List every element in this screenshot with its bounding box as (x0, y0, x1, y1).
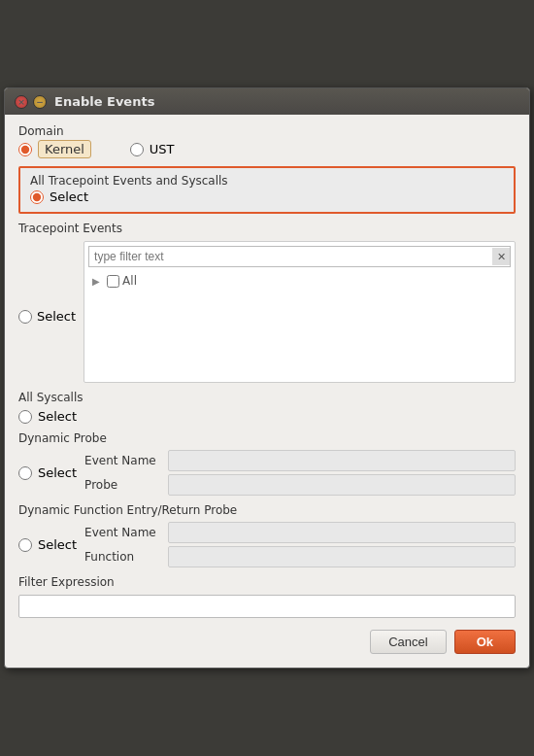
syscalls-radio[interactable] (18, 410, 32, 424)
all-syscalls-section: All Syscalls Select (18, 391, 516, 424)
filter-expression-input[interactable] (18, 595, 516, 618)
dynamic-probe-section: Dynamic Probe Select Event Name Probe (18, 431, 516, 496)
dynamic-probe-label: Dynamic Probe (18, 431, 516, 445)
dynamic-fn-event-label: Event Name (84, 526, 162, 539)
tracepoint-events-section: Tracepoint Events Select ✕ ▶ Al (18, 222, 516, 383)
tree-area: ▶ All (88, 271, 511, 378)
all-tracepoint-select-label: Select (50, 189, 88, 204)
clear-filter-button[interactable]: ✕ (492, 248, 510, 265)
all-tree-label: All (122, 274, 137, 288)
ok-button[interactable]: Ok (454, 630, 516, 654)
dynamic-fn-select-label: Select (38, 537, 77, 552)
dynamic-fn-event-input[interactable] (168, 522, 516, 543)
titlebar: × − Enable Events (5, 88, 529, 115)
kernel-label: Kernel (38, 140, 91, 158)
dynamic-probe-probe-input[interactable] (168, 474, 516, 496)
filter-input[interactable] (89, 247, 492, 266)
dynamic-probe-event-input[interactable] (168, 450, 516, 471)
all-checkbox[interactable] (107, 275, 119, 288)
minimize-button[interactable]: − (33, 95, 47, 109)
dynamic-probe-select-label: Select (38, 465, 77, 480)
titlebar-buttons: × − (15, 95, 47, 109)
tracepoint-tree-col: ✕ ▶ All (83, 241, 516, 383)
enable-events-dialog: × − Enable Events Domain Kernel UST All … (4, 87, 530, 669)
tracepoint-radio[interactable] (18, 310, 32, 324)
tracepoint-events-label: Tracepoint Events (18, 222, 516, 235)
tracepoint-layout: Select ✕ ▶ All (18, 241, 516, 383)
tree-arrow-icon: ▶ (92, 276, 104, 287)
dynamic-probe-event-row: Event Name (84, 450, 516, 471)
domain-section: Domain Kernel UST (18, 124, 516, 158)
dynamic-probe-layout: Select Event Name Probe (18, 450, 516, 496)
dynamic-fn-section: Dynamic Function Entry/Return Probe Sele… (18, 503, 516, 567)
tracepoint-radio-col: Select (18, 241, 76, 324)
cancel-button[interactable]: Cancel (370, 630, 446, 654)
dynamic-probe-probe-label: Probe (84, 478, 162, 492)
dynamic-fn-fields: Event Name Function (84, 522, 516, 567)
kernel-radio-row: Kernel (18, 140, 91, 158)
tracepoint-select-label: Select (37, 309, 76, 324)
dynamic-fn-function-input[interactable] (168, 546, 516, 567)
dynamic-fn-layout: Select Event Name Function (18, 522, 516, 567)
dynamic-fn-radio[interactable] (18, 538, 32, 552)
dynamic-probe-event-label: Event Name (84, 454, 162, 467)
dialog-title: Enable Events (54, 94, 154, 109)
ust-radio-row: UST (130, 142, 175, 156)
dynamic-probe-probe-row: Probe (84, 474, 516, 496)
dynamic-fn-function-row: Function (84, 546, 516, 567)
all-tracepoint-box: All Tracepoint Events and Syscalls Selec… (18, 166, 516, 214)
kernel-radio[interactable] (18, 143, 32, 156)
ust-radio[interactable] (130, 143, 144, 156)
syscalls-select-row: Select (18, 409, 516, 424)
dynamic-fn-label: Dynamic Function Entry/Return Probe (18, 503, 516, 517)
dynamic-fn-event-row: Event Name (84, 522, 516, 543)
dynamic-probe-fields: Event Name Probe (84, 450, 516, 496)
domain-row: Kernel UST (18, 140, 516, 158)
dynamic-probe-select-row: Select (18, 465, 77, 480)
filter-expression-section: Filter Expression (18, 575, 516, 618)
dialog-body: Domain Kernel UST All Tracepoint Events … (5, 115, 529, 668)
filter-expression-label: Filter Expression (18, 575, 516, 589)
filter-input-wrap: ✕ (88, 246, 511, 267)
close-button[interactable]: × (15, 95, 28, 109)
buttons-row: Cancel Ok (18, 630, 516, 654)
tree-row-all: ▶ All (90, 273, 509, 289)
ust-label: UST (150, 142, 175, 156)
dynamic-probe-radio[interactable] (18, 466, 32, 480)
dynamic-fn-function-label: Function (84, 550, 162, 564)
domain-label: Domain (18, 124, 516, 138)
all-tracepoint-radio[interactable] (30, 190, 44, 204)
dynamic-fn-select-row: Select (18, 537, 77, 552)
syscalls-select-label: Select (38, 409, 77, 424)
all-tracepoint-select-row: Select (30, 189, 504, 204)
all-syscalls-label: All Syscalls (18, 391, 516, 404)
all-tracepoint-label: All Tracepoint Events and Syscalls (30, 174, 504, 188)
